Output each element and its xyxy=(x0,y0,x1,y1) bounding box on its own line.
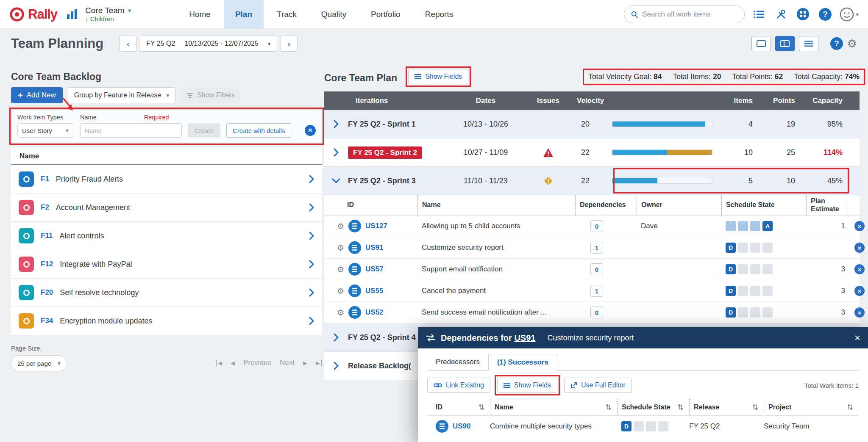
column-schedule-state[interactable]: Schedule State xyxy=(617,399,689,415)
nav-item-track[interactable]: Track xyxy=(265,0,308,29)
story-id-link[interactable]: US55 xyxy=(365,287,384,295)
sort-icon[interactable] xyxy=(479,404,484,410)
chevron-right-icon[interactable] xyxy=(309,288,314,297)
show-fields-button[interactable]: Show Fields xyxy=(408,69,468,84)
chevron-right-icon[interactable] xyxy=(309,260,314,269)
nav-item-plan[interactable]: Plan xyxy=(224,0,264,29)
remove-story-icon[interactable]: × xyxy=(854,286,865,296)
expand-chevron-icon[interactable] xyxy=(333,333,339,342)
close-dialog-icon[interactable]: × xyxy=(854,332,860,344)
apps-icon[interactable] xyxy=(796,7,811,22)
row-gear-icon[interactable]: ⚙ xyxy=(337,243,344,253)
issue-warning-yellow-icon[interactable] xyxy=(543,176,554,186)
close-quick-add-icon[interactable]: × xyxy=(305,125,316,136)
last-page-icon[interactable]: ▶ xyxy=(316,360,322,366)
add-new-button[interactable]: + Add New xyxy=(11,87,63,103)
feature-id[interactable]: F1 xyxy=(41,175,49,183)
chevron-right-icon[interactable] xyxy=(309,231,314,240)
prev-page-icon[interactable]: ◀ xyxy=(231,360,235,366)
story-id-link[interactable]: US57 xyxy=(365,265,384,273)
expand-chevron-icon[interactable] xyxy=(333,148,339,157)
sort-icon[interactable] xyxy=(606,404,611,410)
chevron-right-icon[interactable] xyxy=(309,203,314,212)
row-gear-icon[interactable]: ⚙ xyxy=(337,221,344,231)
feature-row[interactable]: F12 Integrate with PayPal xyxy=(11,250,322,279)
schedule-state-widget[interactable]: D xyxy=(721,243,806,253)
create-with-details-button[interactable]: Create with details xyxy=(226,123,291,138)
sort-icon[interactable] xyxy=(752,404,758,410)
remove-story-icon[interactable]: × xyxy=(854,264,865,274)
feature-id[interactable]: F20 xyxy=(41,288,53,297)
remove-story-icon[interactable]: × xyxy=(854,221,865,231)
create-button[interactable]: Create xyxy=(188,123,220,138)
next-page-icon[interactable]: ▶ xyxy=(303,360,307,366)
first-page-icon[interactable]: ◀ xyxy=(216,360,222,366)
issue-warning-red-icon[interactable] xyxy=(542,147,554,158)
story-id-link[interactable]: US90 xyxy=(453,422,471,431)
view-toggle-list[interactable] xyxy=(799,36,818,51)
schedule-state-widget[interactable]: D xyxy=(617,421,689,431)
schedule-state-widget[interactable]: D xyxy=(721,286,806,296)
schedule-state-widget[interactable]: D xyxy=(721,264,806,274)
story-id-link[interactable]: US127 xyxy=(365,222,387,230)
work-item-type-select[interactable]: User Story ▾ xyxy=(17,123,73,138)
feature-row[interactable]: F2 Account Management xyxy=(11,193,322,222)
iteration-name[interactable]: FY 25 Q2 - Sprint 3 xyxy=(348,177,443,185)
use-full-editor-button[interactable]: Use Full Editor xyxy=(564,378,632,393)
story-id-link[interactable]: US52 xyxy=(365,308,384,317)
timebox-dropdown[interactable]: FY 25 Q2 10/13/2025 - 12/07/2025 ▾ xyxy=(139,36,278,52)
dependencies-count[interactable]: 1 xyxy=(590,242,603,254)
page-help-icon[interactable]: ? xyxy=(830,37,843,50)
tab-successors[interactable]: (1) Successors xyxy=(488,354,557,371)
user-menu[interactable]: ▾ xyxy=(840,7,859,22)
my-work-list-icon[interactable] xyxy=(751,7,767,22)
sort-icon[interactable] xyxy=(678,404,683,410)
timebox-prev-button[interactable]: ‹ xyxy=(120,36,136,52)
chevron-right-icon[interactable] xyxy=(309,316,314,326)
next-label[interactable]: Next xyxy=(280,359,295,367)
help-icon[interactable]: ? xyxy=(818,7,833,22)
tools-icon[interactable] xyxy=(773,7,789,22)
search-input[interactable] xyxy=(642,10,737,19)
view-toggle-single[interactable] xyxy=(751,36,771,51)
link-existing-button[interactable]: Link Existing xyxy=(427,378,490,393)
dependencies-count[interactable]: 0 xyxy=(590,307,603,318)
dependencies-count[interactable]: 1 xyxy=(590,285,603,297)
rally-logo[interactable]: Rally xyxy=(9,7,57,22)
view-toggle-split[interactable] xyxy=(775,36,795,51)
project-selector[interactable]: Core Team ▾ ↓ Children xyxy=(85,6,131,22)
feature-id[interactable]: F12 xyxy=(41,260,53,268)
iteration-name-highlighted[interactable]: FY 25 Q2 - Sprint 2 xyxy=(348,146,422,159)
iteration-name[interactable]: FY 25 Q2 - Sprint 1 xyxy=(348,120,443,129)
remove-story-icon[interactable]: × xyxy=(854,243,865,253)
feature-id[interactable]: F2 xyxy=(41,203,49,212)
dialog-work-item-id[interactable]: US91 xyxy=(514,333,535,343)
timebox-next-button[interactable]: › xyxy=(281,36,298,52)
schedule-state-widget[interactable]: D xyxy=(721,307,806,318)
schedule-state-widget[interactable]: A xyxy=(721,221,806,231)
page-size-select[interactable]: 25 per page ▾ xyxy=(11,355,67,371)
show-filters-button[interactable]: Show Filters xyxy=(181,87,240,103)
dependencies-count[interactable]: 0 xyxy=(590,220,603,232)
collapse-chevron-icon[interactable] xyxy=(333,176,339,185)
nav-item-quality[interactable]: Quality xyxy=(310,0,358,29)
dialog-show-fields-button[interactable]: Show Fields xyxy=(497,378,557,393)
feature-row[interactable]: F20 Self resolve technology xyxy=(11,279,322,307)
group-by-dropdown[interactable]: Group by Feature in Release ▾ xyxy=(68,87,175,103)
page-settings-gear-icon[interactable]: ⚙ xyxy=(847,37,857,50)
row-gear-icon[interactable]: ⚙ xyxy=(337,308,344,318)
column-id[interactable]: ID xyxy=(427,399,490,415)
nav-item-home[interactable]: Home xyxy=(178,0,222,29)
feature-row[interactable]: F34 Encryption module updates xyxy=(11,307,322,335)
feature-row[interactable]: F11 Alert controls xyxy=(11,222,322,250)
story-id-link[interactable]: US91 xyxy=(365,243,384,252)
tab-predecessors[interactable]: Predecessors xyxy=(427,354,488,371)
nav-item-reports[interactable]: Reports xyxy=(414,0,465,29)
feature-row[interactable]: F1 Priority Fraud Alerts xyxy=(11,165,322,193)
expand-chevron-icon[interactable] xyxy=(333,119,339,129)
row-gear-icon[interactable]: ⚙ xyxy=(337,286,344,296)
feature-id[interactable]: F34 xyxy=(41,317,53,325)
column-project[interactable]: Project xyxy=(764,399,859,415)
column-name[interactable]: Name xyxy=(490,399,617,415)
dependencies-count[interactable]: 0 xyxy=(590,263,603,275)
